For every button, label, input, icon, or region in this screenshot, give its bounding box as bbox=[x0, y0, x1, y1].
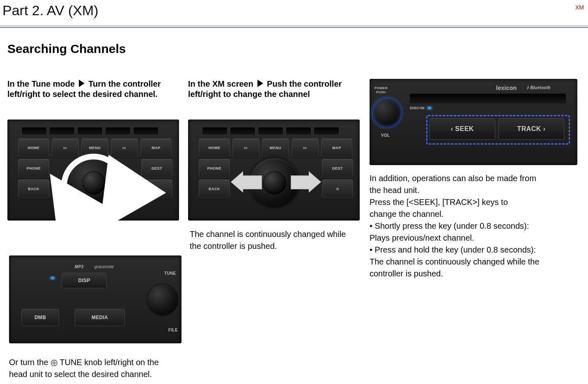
col-3: In addition, operations can also be made… bbox=[370, 172, 578, 279]
star-button-2[interactable]: ☆ bbox=[322, 179, 353, 198]
ring-icon: ◎ bbox=[51, 358, 57, 367]
controller-panel-2: HOME ▭ MENU ▭ MAP PHONE DEST BACK ☆ bbox=[188, 120, 360, 221]
page-tag: XM bbox=[575, 4, 584, 11]
home-button-2[interactable]: HOME bbox=[199, 138, 230, 157]
dest-button[interactable]: DEST bbox=[141, 159, 172, 178]
col2-line1a: In the XM screen bbox=[188, 79, 256, 88]
col2-desc1: The channel is continuously changed whil… bbox=[190, 229, 361, 239]
discin-label: DISC•IN bbox=[410, 106, 425, 110]
star-button[interactable]: ☆ bbox=[141, 179, 172, 198]
screen2-button-2[interactable]: ▭ bbox=[292, 138, 319, 157]
dest-button-2[interactable]: DEST bbox=[322, 159, 353, 178]
cap-5b bbox=[314, 127, 339, 135]
controller-knob-2[interactable] bbox=[250, 158, 299, 207]
gracenote-label: gracenote bbox=[94, 264, 114, 269]
col1-line2: left/right to select the desired channel… bbox=[7, 89, 181, 99]
disc-slot bbox=[410, 94, 566, 103]
col-2: In the XM screen Push the controller lef… bbox=[188, 79, 361, 99]
screen2-button[interactable]: ▭ bbox=[111, 138, 138, 157]
back-button[interactable]: BACK bbox=[18, 179, 49, 198]
tune-headunit-panel: MP3 gracenote DISP TUNE DMB MEDIA FILE bbox=[9, 255, 181, 343]
col3-p8: The channel is continuously changed whil… bbox=[370, 257, 578, 267]
bt-text: Bluetooth bbox=[530, 85, 550, 90]
back-button-2[interactable]: BACK bbox=[199, 179, 230, 198]
cap-1b bbox=[202, 127, 227, 135]
tune-label: TUNE bbox=[164, 271, 176, 276]
menu-button-2[interactable]: MENU bbox=[262, 138, 289, 157]
discin-led bbox=[427, 107, 432, 109]
header-rule bbox=[0, 25, 588, 28]
col1-line1a: In the Tune mode bbox=[7, 79, 77, 88]
col3-p3: Press the [<SEEK], [TRACK>] keys to bbox=[370, 197, 578, 207]
cap-4 bbox=[105, 127, 131, 135]
col-1: In the Tune mode Turn the controller lef… bbox=[7, 79, 181, 99]
disp-button[interactable]: DISP bbox=[62, 273, 107, 288]
cap-1 bbox=[21, 127, 47, 135]
cap-3b bbox=[258, 127, 283, 135]
bluetooth-icon: ᚼ bbox=[526, 85, 529, 90]
seek-button[interactable]: ‹ SEEK bbox=[430, 118, 495, 140]
mp3-label: MP3 bbox=[75, 264, 83, 269]
triangle-icon bbox=[79, 80, 85, 87]
phone-button-2[interactable]: PHONE bbox=[199, 159, 230, 178]
map-button-2[interactable]: MAP bbox=[321, 138, 352, 157]
screen-button-2[interactable]: ▭ bbox=[232, 138, 260, 157]
menu-button[interactable]: MENU bbox=[81, 138, 108, 157]
col2-line2: left/right to change the channel bbox=[188, 89, 361, 99]
track-button[interactable]: TRACK › bbox=[498, 118, 564, 140]
col2-desc2: the controller is pushed. bbox=[190, 241, 361, 251]
col3-p9: controller is pushed. bbox=[370, 269, 578, 279]
triangle-icon bbox=[257, 80, 263, 87]
section-heading: Searching Channels bbox=[7, 42, 126, 56]
col2-line1b: Push the controller bbox=[267, 79, 342, 88]
col2-desc: The channel is continuously changed whil… bbox=[190, 228, 361, 251]
cap-2b bbox=[230, 127, 255, 135]
file-label: FILE bbox=[168, 328, 178, 332]
volume-knob[interactable] bbox=[372, 98, 402, 127]
vol-label: VOL bbox=[381, 133, 390, 138]
brand-label: lexicon bbox=[496, 85, 517, 91]
power-label: POWER bbox=[374, 86, 388, 90]
col3-p1: In addition, operations can also be made… bbox=[370, 173, 578, 184]
map-button[interactable]: MAP bbox=[140, 138, 172, 157]
headunit-panel: POWER PUSH VOL lexicon ᚼ Bluetooth DISC•… bbox=[370, 79, 577, 165]
home-button[interactable]: HOME bbox=[18, 138, 49, 157]
controller-knob-1[interactable] bbox=[69, 158, 118, 207]
col3-p6: Plays previous/next channel. bbox=[370, 233, 578, 243]
col1-note1: Or turn the bbox=[9, 358, 51, 367]
status-led bbox=[50, 277, 55, 279]
cap-3 bbox=[77, 127, 103, 135]
col3-p7: • Press and hold the key (under 0.8 seco… bbox=[370, 245, 578, 255]
media-button[interactable]: MEDIA bbox=[75, 309, 125, 326]
page-title: Part 2. AV (XM) bbox=[2, 2, 99, 18]
col1-note: Or turn the ◎ TUNE knob left/right on th… bbox=[9, 356, 181, 379]
push-label: PUSH bbox=[376, 90, 386, 94]
col3-p5: • Shortly press the key (under 0.8 secon… bbox=[370, 221, 578, 231]
cap-5 bbox=[133, 127, 158, 135]
col1-note2: TUNE knob left/right on the bbox=[60, 358, 158, 367]
col3-p2: the head unit. bbox=[370, 185, 578, 195]
cap-2 bbox=[49, 127, 75, 135]
bt-label: ᚼ Bluetooth bbox=[526, 85, 551, 90]
col1-note3: head unit to select the desired channel. bbox=[9, 369, 181, 379]
controller-panel-1: HOME ▭ MENU ▭ MAP PHONE DEST BACK ☆ bbox=[7, 120, 179, 221]
col1-line1b: Turn the controller bbox=[88, 79, 161, 88]
phone-button[interactable]: PHONE bbox=[18, 159, 49, 178]
screen-button[interactable]: ▭ bbox=[52, 138, 79, 157]
cap-4b bbox=[286, 127, 311, 135]
col3-p4: change the channel. bbox=[370, 209, 578, 219]
tune-knob[interactable] bbox=[147, 284, 178, 315]
dmb-button[interactable]: DMB bbox=[21, 309, 59, 326]
